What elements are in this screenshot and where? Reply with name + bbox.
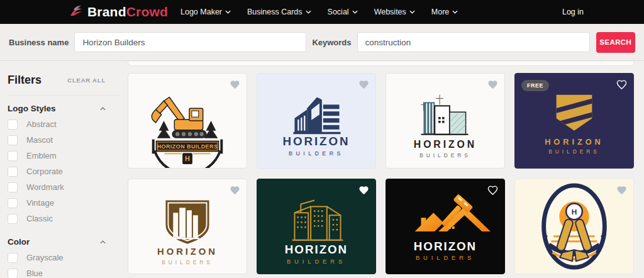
- results-grid: HORIZON BUILDERS H: [128, 61, 644, 278]
- search-bar: Business name Keywords SEARCH: [0, 24, 644, 61]
- navbar: BrandCrowd Logo Maker Business Cards Soc…: [0, 0, 644, 24]
- filter-option-vintage[interactable]: Vintage: [8, 198, 128, 208]
- search-button[interactable]: SEARCH: [596, 32, 635, 53]
- filter-option-mascot[interactable]: Mascot: [8, 135, 128, 145]
- logo-thumbnail: H HORIZON BUILDERS: [515, 179, 633, 274]
- svg-text:HORIZON: HORIZON: [282, 135, 350, 148]
- clear-all-button[interactable]: CLEAR ALL: [67, 77, 106, 84]
- svg-text:BUILDERS: BUILDERS: [289, 150, 344, 157]
- business-name-input[interactable]: [74, 32, 306, 52]
- keywords-label: Keywords: [312, 38, 351, 47]
- filter-option-grayscale[interactable]: Grayscale: [8, 253, 128, 262]
- checkbox[interactable]: [8, 269, 18, 278]
- favorite-heart-icon[interactable]: [230, 79, 240, 90]
- svg-text:H: H: [185, 155, 190, 162]
- logo-card-roof-hammer[interactable]: HORIZON BUILDERS: [386, 179, 505, 274]
- brand-wordmark: BrandCrowd: [87, 4, 168, 19]
- chevron-down-icon: [225, 10, 231, 14]
- logo-thumbnail: HORIZON BUILDERS: [257, 74, 375, 168]
- chevron-up-icon: [100, 107, 106, 111]
- checkbox[interactable]: [8, 182, 18, 192]
- svg-text:BUILDERS: BUILDERS: [548, 148, 599, 155]
- filter-option-emblem[interactable]: Emblem: [8, 151, 128, 160]
- filter-option-corporate[interactable]: Corporate: [8, 167, 128, 176]
- logo-card-brown-shield[interactable]: HORIZON BUILDERS: [128, 179, 247, 274]
- filters-title: Filters: [8, 74, 42, 87]
- filter-option-abstract[interactable]: Abstract: [8, 120, 128, 129]
- nav-item-websites[interactable]: Websites: [374, 8, 415, 16]
- business-name-label: Business name: [9, 38, 69, 47]
- svg-text:HORIZON: HORIZON: [414, 139, 477, 150]
- logo-thumbnail: HORIZON BUILDERS: [386, 74, 504, 168]
- logo-card-excavator-emblem[interactable]: HORIZON BUILDERS H: [128, 73, 247, 169]
- color-section-header[interactable]: Color: [8, 237, 128, 247]
- nav-item-more[interactable]: More: [431, 8, 458, 16]
- favorite-heart-icon[interactable]: [616, 185, 627, 196]
- logo-thumbnail: HORIZON BUILDERS: [257, 179, 375, 274]
- logo-thumbnail: HORIZON BUILDERS H: [128, 74, 247, 168]
- favorite-heart-icon[interactable]: [358, 79, 369, 90]
- filter-option-classic[interactable]: Classic: [8, 214, 128, 223]
- checkbox[interactable]: [8, 214, 18, 224]
- svg-text:HORIZON BUILDERS: HORIZON BUILDERS: [157, 143, 218, 150]
- previous-row-card-edge: [128, 62, 634, 66]
- nav-menu: Logo Maker Business Cards Social Website…: [180, 8, 458, 16]
- filters-sidebar: Filters CLEAR ALL Logo Styles Abstract M…: [0, 61, 128, 278]
- brandcrowd-flame-icon: [68, 4, 84, 19]
- logo-card-gold-shield[interactable]: HORIZON BUILDERS FREE: [514, 73, 634, 169]
- logo-card-oval-badge[interactable]: H HORIZON BUILDERS: [514, 179, 634, 274]
- checkbox[interactable]: [8, 198, 18, 208]
- filter-option-blue[interactable]: Blue: [8, 269, 128, 278]
- favorite-heart-icon[interactable]: [358, 185, 369, 196]
- brandcrowd-logo[interactable]: BrandCrowd: [68, 4, 168, 19]
- chevron-down-icon: [352, 10, 358, 14]
- login-link[interactable]: Log in: [562, 8, 584, 16]
- svg-text:HORIZON: HORIZON: [285, 243, 348, 256]
- chevron-down-icon: [452, 10, 458, 14]
- free-badge: FREE: [521, 80, 549, 91]
- favorite-heart-icon[interactable]: [487, 79, 498, 90]
- svg-text:HORIZON: HORIZON: [414, 240, 477, 253]
- svg-text:BUILDERS: BUILDERS: [419, 152, 470, 158]
- checkbox[interactable]: [8, 135, 18, 145]
- svg-text:BUILDERS: BUILDERS: [416, 255, 475, 261]
- filter-option-wordmark[interactable]: Wordmark: [8, 182, 128, 192]
- favorite-heart-icon[interactable]: [230, 185, 240, 196]
- svg-text:H: H: [572, 208, 577, 216]
- nav-item-business-cards[interactable]: Business Cards: [247, 8, 311, 16]
- logo-styles-section-header[interactable]: Logo Styles: [8, 104, 128, 113]
- chevron-up-icon: [100, 240, 106, 244]
- divider: [8, 95, 120, 96]
- logo-card-sketch-buildings[interactable]: HORIZON BUILDERS: [386, 73, 505, 169]
- logo-card-gold-line-buildings[interactable]: HORIZON BUILDERS: [257, 179, 376, 274]
- favorite-heart-icon[interactable]: [616, 79, 627, 90]
- keywords-input[interactable]: [357, 32, 590, 52]
- logo-thumbnail: HORIZON BUILDERS: [128, 179, 247, 274]
- svg-text:HORIZON: HORIZON: [157, 247, 218, 257]
- nav-item-social[interactable]: Social: [328, 8, 358, 16]
- chevron-down-icon: [409, 10, 415, 14]
- checkbox[interactable]: [8, 151, 18, 161]
- checkbox[interactable]: [8, 120, 18, 130]
- logo-thumbnail: HORIZON BUILDERS: [386, 179, 504, 274]
- svg-text:BUILDERS: BUILDERS: [287, 259, 346, 265]
- svg-text:BUILDERS: BUILDERS: [162, 259, 213, 265]
- nav-item-logo-maker[interactable]: Logo Maker: [180, 8, 231, 16]
- favorite-heart-icon[interactable]: [487, 185, 498, 196]
- logo-card-navy-building[interactable]: HORIZON BUILDERS: [257, 73, 376, 169]
- svg-text:HORIZON: HORIZON: [545, 137, 604, 147]
- checkbox[interactable]: [8, 167, 18, 177]
- chevron-down-icon: [306, 10, 311, 14]
- checkbox[interactable]: [8, 253, 18, 263]
